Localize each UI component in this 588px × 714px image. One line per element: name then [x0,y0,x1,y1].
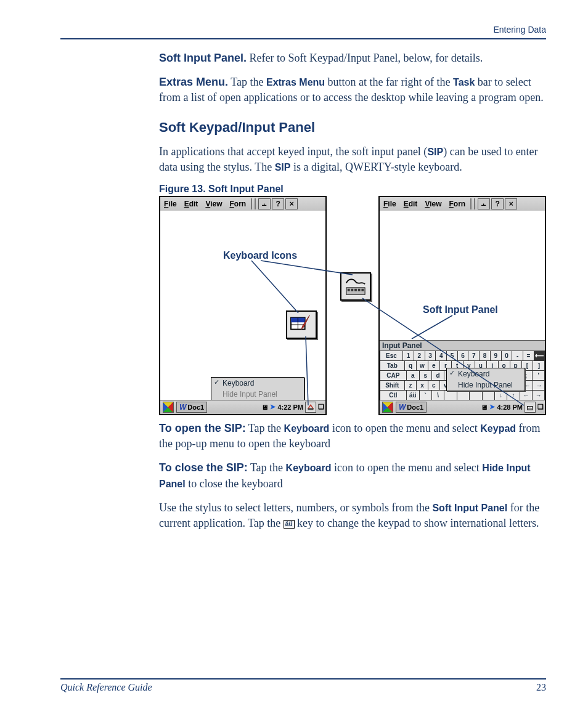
popup-item-keyboard[interactable]: Keyboard [211,378,304,389]
key[interactable]: CAP [380,370,407,381]
key[interactable]: ' [532,370,545,381]
menu-view[interactable]: View [421,200,445,208]
au-key-icon: áü [284,520,295,529]
key[interactable]: Shift [380,380,406,391]
key[interactable]: s [419,370,432,381]
desktop-icon[interactable]: 🖥 [481,404,488,411]
para-extras: Extras Menu. Tap the Extras Menu button … [159,75,546,105]
key[interactable]: \ [431,390,444,400]
close-icon[interactable]: × [505,198,517,209]
key[interactable]: áü [406,390,419,400]
key[interactable]: 9 [490,351,502,361]
key[interactable]: 6 [457,351,469,361]
taskbar: W Doc1 🖥 ➤ 4:22 PM ❏ [160,400,325,414]
start-icon[interactable] [163,402,174,413]
svg-rect-10 [348,289,350,291]
footer-rule [60,678,546,680]
key[interactable]: Tab [380,360,406,371]
menu-format[interactable]: Forn [446,200,470,208]
svg-rect-2 [528,407,529,408]
help-icon[interactable]: ? [491,198,504,209]
key[interactable]: ↑ [507,390,520,400]
close-icon[interactable]: × [285,198,298,209]
header-rule [60,38,546,39]
run-in-heading: Soft Input Panel. [159,52,247,64]
key[interactable]: ` [419,390,432,400]
key[interactable] [482,390,495,400]
text: Tap the [228,76,266,88]
key[interactable]: 2 [414,351,425,361]
key[interactable]: q [404,360,417,371]
text: key to change the keypad to show interna… [295,517,539,529]
clock: 4:22 PM [277,404,303,411]
tray: 🖥 ➤ 4:28 PM ❏ [481,402,545,413]
keyboard-tray-icon[interactable] [305,402,316,413]
text: button at the far right of the [325,76,453,88]
key[interactable]: 1 [402,351,414,361]
popup-item-hide[interactable]: Hide Input Panel [447,379,525,391]
key[interactable]: - [512,351,523,361]
key[interactable] [457,390,470,400]
pin-icon[interactable]: ⫠ [258,198,271,209]
key[interactable]: x [416,380,428,391]
key[interactable]: Ctl [380,390,407,400]
svg-rect-3 [529,407,531,408]
key[interactable]: 0 [501,351,513,361]
menu-format[interactable]: Forn [226,200,250,208]
key[interactable]: ← [520,390,533,400]
para-stylus: Use the stylus to select letters, number… [159,500,546,531]
menu-file[interactable]: File [160,200,181,208]
clock: 4:28 PM [497,404,523,411]
run-in-heading: Extras Menu. [159,76,228,88]
menu-edit[interactable]: Edit [400,200,422,208]
running-header: Entering Data [60,25,546,34]
ui-ref: Task [453,77,475,87]
key[interactable]: → [532,390,545,400]
ui-ref: Keyboard [286,463,332,473]
key[interactable]: ⟵ [534,351,545,361]
keyboard-popup: Keyboard Hide Input Panel [446,368,525,391]
menu-separator-icon [251,198,256,209]
key[interactable]: c [428,380,440,391]
keyboard-pen-icon [286,310,317,339]
key[interactable] [444,390,457,400]
kb-row5: Ctláü`\ ↓↑←→ [380,391,545,400]
menu-view[interactable]: View [202,200,226,208]
figure-caption: Figure 13. Soft Input Panel [159,184,546,195]
key[interactable]: = [523,351,534,361]
taskbar-doc-button[interactable]: W Doc1 [396,402,427,413]
menu-file[interactable]: File [380,200,400,208]
popup-item-hide[interactable]: Hide Input Panel [211,389,304,400]
key[interactable]: d [431,370,444,381]
desktop-icon[interactable]: 🖥 [261,404,268,411]
callout-keyboard-icons: Keyboard Icons [223,250,297,261]
key[interactable]: e [428,360,440,371]
popup-item-keyboard[interactable]: Keyboard [447,368,525,379]
para-open-sip: To open the SIP: Tap the Keyboard icon t… [159,421,546,452]
key[interactable]: 5 [446,351,458,361]
keyboard-tray-icon[interactable] [525,402,536,413]
key[interactable]: 4 [435,351,447,361]
key[interactable]: ↓ [494,390,507,400]
key[interactable]: w [416,360,428,371]
help-icon[interactable]: ? [272,198,284,209]
taskbar-doc-button[interactable]: W Doc1 [176,402,207,413]
ui-ref: Soft Input Panel [432,503,507,513]
speaker-icon[interactable]: ➤ [489,403,495,411]
key[interactable]: z [404,380,417,391]
windows-icon[interactable]: ❏ [318,403,324,411]
speaker-icon[interactable]: ➤ [270,403,276,411]
menu-edit[interactable]: Edit [181,200,202,208]
pin-icon[interactable]: ⫠ [478,198,490,209]
key[interactable]: 7 [468,351,480,361]
start-icon[interactable] [382,402,393,413]
key[interactable] [469,390,482,400]
key[interactable]: a [406,370,419,381]
key[interactable]: ] [533,360,545,371]
figure-13: File Edit View Forn ⫠ ? × Keyboard Hide … [159,196,546,421]
key[interactable]: 8 [479,351,491,361]
key[interactable]: Esc [380,351,404,361]
key[interactable]: → [533,380,545,391]
key[interactable]: 3 [425,351,436,361]
windows-icon[interactable]: ❏ [537,403,544,411]
